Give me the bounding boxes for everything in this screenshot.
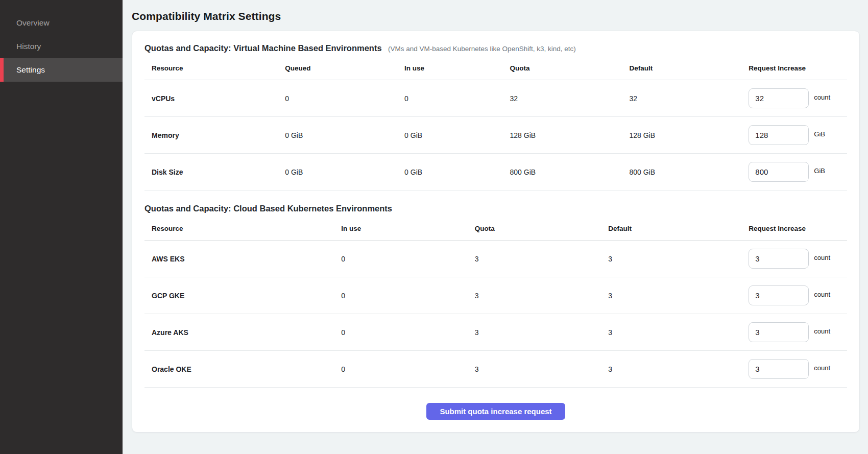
table-row-oracle-oke: Oracle OKE 0 3 3 count [144,351,847,388]
disk-queued-value: 0 GiB [285,154,404,190]
vm-quota-table: Resource Queued In use Quota Default Req… [144,58,847,190]
sidebar-item-overview[interactable]: Overview [0,11,123,35]
sidebar-item-settings[interactable]: Settings [0,58,123,82]
cloud-section-heading: Quotas and Capacity: Cloud Based Kuberne… [144,204,392,213]
table-row-vcpus: vCPUs 0 0 32 32 count [144,80,847,117]
sidebar: Overview History Settings [0,0,123,454]
oracle-oke-resource-label: Oracle OKE [144,351,341,388]
sidebar-item-settings-label: Settings [16,65,45,75]
aws-eks-unit-label: count [814,254,830,261]
cloud-col-quota: Quota [475,219,608,241]
vcpus-in-use-value: 0 [404,80,510,117]
memory-in-use-value: 0 GiB [404,117,510,154]
disk-unit-label: GiB [814,167,825,175]
azure-aks-quota-value: 3 [475,314,608,351]
gcp-gke-quota-value: 3 [475,277,608,314]
oracle-oke-unit-label: count [814,364,830,372]
vcpus-unit-label: count [814,93,830,101]
vcpus-default-value: 32 [629,80,749,117]
aws-eks-quota-value: 3 [475,241,608,277]
vm-quotas-section: Quotas and Capacity: Virtual Machine Bas… [144,43,847,190]
memory-request-input[interactable] [749,125,809,145]
azure-aks-unit-label: count [814,327,830,335]
cloud-col-default: Default [608,219,749,241]
gcp-gke-default-value: 3 [608,277,749,314]
oracle-oke-quota-value: 3 [475,351,608,388]
vm-col-queued: Queued [285,58,404,80]
sidebar-item-history-label: History [16,42,41,51]
page-title: Compatibility Matrix Settings [132,10,860,22]
cloud-table-header-row: Resource In use Quota Default Request In… [144,219,847,241]
cloud-col-request-increase: Request Increase [749,219,847,241]
memory-quota-value: 128 GiB [510,117,630,154]
vcpus-resource-label: vCPUs [144,80,285,117]
vm-col-request-increase: Request Increase [749,58,847,80]
table-row-disk-size: Disk Size 0 GiB 0 GiB 800 GiB 800 GiB Gi… [144,154,847,190]
main-content: Compatibility Matrix Settings Quotas and… [123,0,868,454]
disk-default-value: 800 GiB [629,154,749,190]
aws-eks-request-input[interactable] [749,249,809,269]
oracle-oke-default-value: 3 [608,351,749,388]
vm-section-subtitle: (VMs and VM-based Kubernetes like OpenSh… [388,45,576,53]
cloud-col-resource: Resource [144,219,341,241]
quotas-card: Quotas and Capacity: Virtual Machine Bas… [132,31,860,433]
gcp-gke-in-use-value: 0 [341,277,474,314]
vm-section-heading: Quotas and Capacity: Virtual Machine Bas… [144,43,382,53]
vm-col-quota: Quota [510,58,630,80]
azure-aks-default-value: 3 [608,314,749,351]
sidebar-item-overview-label: Overview [16,18,50,28]
table-row-memory: Memory 0 GiB 0 GiB 128 GiB 128 GiB GiB [144,117,847,154]
cloud-quotas-section: Quotas and Capacity: Cloud Based Kuberne… [144,204,847,388]
table-row-azure-aks: Azure AKS 0 3 3 count [144,314,847,351]
aws-eks-resource-label: AWS EKS [144,241,341,277]
vcpus-queued-value: 0 [285,80,404,117]
disk-resource-label: Disk Size [144,154,285,190]
gcp-gke-unit-label: count [814,291,830,298]
cloud-col-in-use: In use [341,219,474,241]
aws-eks-in-use-value: 0 [341,241,474,277]
oracle-oke-request-input[interactable] [749,359,809,379]
submit-row: Submit quota increase request [144,388,847,420]
sidebar-item-history[interactable]: History [0,35,123,58]
submit-quota-increase-button[interactable]: Submit quota increase request [426,403,565,420]
vcpus-quota-value: 32 [510,80,630,117]
vm-col-default: Default [629,58,749,80]
memory-queued-value: 0 GiB [285,117,404,154]
oracle-oke-in-use-value: 0 [341,351,474,388]
memory-unit-label: GiB [814,130,825,138]
table-row-gcp-gke: GCP GKE 0 3 3 count [144,277,847,314]
azure-aks-resource-label: Azure AKS [144,314,341,351]
vm-col-in-use: In use [404,58,510,80]
disk-in-use-value: 0 GiB [404,154,510,190]
gcp-gke-request-input[interactable] [749,285,809,305]
azure-aks-request-input[interactable] [749,322,809,342]
aws-eks-default-value: 3 [608,241,749,277]
vm-table-header-row: Resource Queued In use Quota Default Req… [144,58,847,80]
gcp-gke-resource-label: GCP GKE [144,277,341,314]
memory-default-value: 128 GiB [629,117,749,154]
azure-aks-in-use-value: 0 [341,314,474,351]
cloud-quota-table: Resource In use Quota Default Request In… [144,219,847,388]
memory-resource-label: Memory [144,117,285,154]
vm-col-resource: Resource [144,58,285,80]
disk-request-input[interactable] [749,162,809,182]
vcpus-request-input[interactable] [749,88,809,108]
disk-quota-value: 800 GiB [510,154,630,190]
table-row-aws-eks: AWS EKS 0 3 3 count [144,241,847,277]
